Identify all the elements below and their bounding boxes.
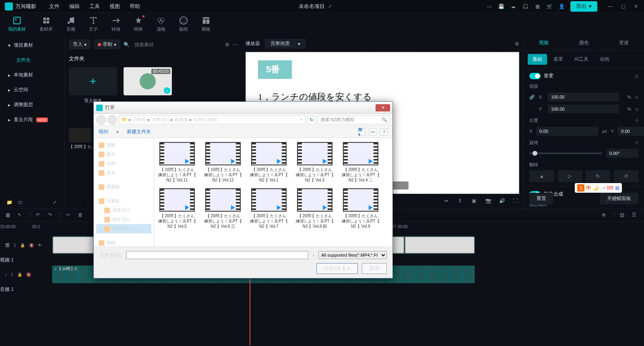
open-button[interactable]: 打开(O) ▼ <box>316 263 358 274</box>
transform-toggle[interactable] <box>529 73 541 79</box>
help-button[interactable]: ? <box>380 128 388 136</box>
tree-node[interactable]: 视频 <box>96 140 151 150</box>
scale-x-input[interactable] <box>548 93 619 101</box>
media-search-input[interactable] <box>133 40 222 49</box>
folder-icon[interactable]: 🗀 <box>18 200 23 205</box>
rotation-input[interactable] <box>606 149 638 158</box>
cut-icon[interactable]: ✂ <box>66 212 72 218</box>
file-item[interactable]: 【 20問 】たくさん練習しよう！JLPT【 N2 】Vol.7 <box>250 188 288 229</box>
cancel-button[interactable]: 取消 <box>362 263 387 274</box>
apps-icon[interactable]: ▦ <box>534 3 541 10</box>
preview-button[interactable]: ▭ <box>369 128 376 136</box>
moon-icon[interactable]: 🌙 <box>592 185 599 191</box>
mute-icon[interactable]: 🔇 <box>26 272 31 277</box>
menu-file[interactable]: 文件 <box>44 3 64 10</box>
import-dropdown[interactable]: 导入▾ <box>69 39 91 49</box>
flip-v-button[interactable]: ▷ <box>557 170 582 182</box>
open-dropdown-icon[interactable]: ▼ <box>344 267 350 271</box>
headphones-icon[interactable]: 🎧 <box>522 3 528 10</box>
quality-dropdown[interactable]: 完整画质▾ <box>265 39 306 49</box>
breadcrumb[interactable]: 📁▸ 计算机▸ 文档 (E:)▸ 自媒体▸ N2听力模拟 ▾ <box>119 115 305 124</box>
file-item[interactable]: 【 10問 】たくさん練習しよう！JLPT【 N2 】Vol.11 <box>158 142 196 183</box>
nav-back-button[interactable] <box>96 115 106 125</box>
menu-view[interactable]: 视图 <box>105 3 125 10</box>
menu-tools[interactable]: 工具 <box>85 3 105 10</box>
menu-edit[interactable]: 编辑 <box>64 3 85 10</box>
user-icon[interactable]: 👤 <box>558 3 565 10</box>
grid-icon[interactable]: ▦ <box>615 185 619 191</box>
keyframe-panel-button[interactable]: 关键帧面板 <box>600 193 638 204</box>
flip-h-button[interactable]: ▲ <box>529 170 554 182</box>
file-item[interactable]: 【 20問 】たくさん練習しよう！JLPT【 N2 】Vol.6 三 <box>204 188 242 229</box>
tree-node[interactable]: 家庭组 <box>96 182 151 192</box>
cloud-icon[interactable]: ☁ <box>510 3 516 10</box>
import-media-button[interactable]: + <box>69 67 117 95</box>
export-button[interactable]: 导出 ▾ <box>570 1 597 12</box>
visibility-icon[interactable]: 👁 <box>38 243 42 247</box>
tree-node[interactable]: 网络 <box>96 238 151 247</box>
filename-input[interactable] <box>126 251 308 259</box>
select-tool-icon[interactable]: ▦ <box>6 212 12 218</box>
sidebar-item-adjust[interactable]: ▸调整图层 <box>0 97 64 112</box>
keyframe-icon[interactable]: ◇ <box>635 107 638 112</box>
sidebar-item-folder[interactable]: 文件夹 <box>0 53 64 68</box>
save-icon[interactable]: 💾 <box>498 3 504 10</box>
sidebar-item-cloud[interactable]: ▸云空间 <box>0 82 64 97</box>
cart-icon[interactable]: 🛒 <box>546 3 553 10</box>
delete-icon[interactable]: 🗑 <box>78 212 85 218</box>
tree-node[interactable]: 音乐 <box>96 168 151 177</box>
minimize-icon[interactable]: — <box>607 3 613 10</box>
tree-node[interactable]: 系统 (C:) <box>96 206 151 215</box>
tree-node[interactable]: 文档 (E:) <box>96 224 151 233</box>
keyboard-icon[interactable]: ⌨ <box>607 185 613 191</box>
maximize-icon[interactable]: ▢ <box>620 3 626 10</box>
view-mode-button[interactable]: ▦ ▾ <box>358 128 365 136</box>
tree-node[interactable]: 文档 <box>96 159 151 168</box>
stab-anim[interactable]: 动画 <box>595 54 614 65</box>
refresh-button[interactable]: ↻ <box>307 115 316 124</box>
grid-icon[interactable]: ▤ <box>620 212 626 218</box>
rotation-slider[interactable] <box>529 152 602 154</box>
ime-toolbar[interactable]: S 中 🌙 , ▪ ⌨ ▦ <box>575 183 622 193</box>
folder-add-icon[interactable]: 📁 <box>6 200 12 205</box>
media-clip-1[interactable]: 00:43:03 ✓ <box>124 67 172 95</box>
file-item[interactable]: 【 20問 】たくさん練習しよう！JLPT【 N2 】Vol.9 <box>342 188 380 229</box>
tab-transition[interactable]: 转场 <box>111 16 120 32</box>
ptab-speed[interactable]: 变速 <box>604 35 644 50</box>
close-icon[interactable]: ✕ <box>633 3 639 10</box>
transform-reset-icon[interactable]: ◇ <box>635 73 638 79</box>
tab-filters[interactable]: 滤镜 <box>157 16 165 32</box>
zoom-in-icon[interactable]: ⊕ <box>602 212 608 218</box>
sidebar-item-project[interactable]: ▾项目素材 <box>0 38 64 53</box>
tab-text[interactable]: 文字 <box>89 16 98 32</box>
tab-stock[interactable]: 素材库 <box>39 16 53 32</box>
pos-y-input[interactable] <box>618 127 644 136</box>
tab-stickers[interactable]: 贴纸 <box>179 16 188 32</box>
link-icon[interactable]: 🔗 <box>529 95 535 100</box>
dialog-close-button[interactable]: ✕ <box>376 104 390 111</box>
lock-icon[interactable]: 🔒 <box>20 243 25 247</box>
cursor-icon[interactable]: ↖ <box>18 212 24 218</box>
tab-audio[interactable]: 音频 <box>66 16 75 32</box>
organize-button[interactable]: 组织 <box>99 128 108 135</box>
file-item[interactable]: 【 20問 】たくさん練習しよう！JLPT【 N2 】Vol.5 <box>158 188 196 229</box>
player-settings-icon[interactable]: ⚙ <box>515 41 519 47</box>
rotate-ccw-button[interactable]: ↺ <box>613 170 638 182</box>
ime-lang[interactable]: 中 <box>586 185 591 192</box>
tree-node[interactable]: 软件 (D:) <box>96 215 151 224</box>
nav-forward-button[interactable] <box>107 115 117 125</box>
volume-icon[interactable]: 🔊 <box>499 198 506 204</box>
record-dropdown[interactable]: 录制▾ <box>94 39 120 49</box>
tab-my-media[interactable]: 我的素材 <box>8 16 26 32</box>
mute-icon[interactable]: 🔇 <box>29 243 34 247</box>
redo-icon[interactable]: ↷ <box>48 212 54 218</box>
tree-node[interactable]: 图片 <box>96 150 151 159</box>
stab-mask[interactable]: 遮罩 <box>549 54 568 65</box>
stab-ai[interactable]: AI工具 <box>570 54 593 65</box>
file-item[interactable]: 【 10問 】たくさん練習しよう！JLPT【 N2 】Vol.12 <box>204 142 242 183</box>
video-track-icon[interactable]: 🎬 <box>5 243 10 247</box>
scale-y-input[interactable] <box>548 105 619 113</box>
snapshot-icon[interactable]: 📷 <box>485 198 492 204</box>
filter-icon[interactable]: ⚙ <box>225 42 229 47</box>
more-icon[interactable]: ⋯ <box>233 42 237 47</box>
